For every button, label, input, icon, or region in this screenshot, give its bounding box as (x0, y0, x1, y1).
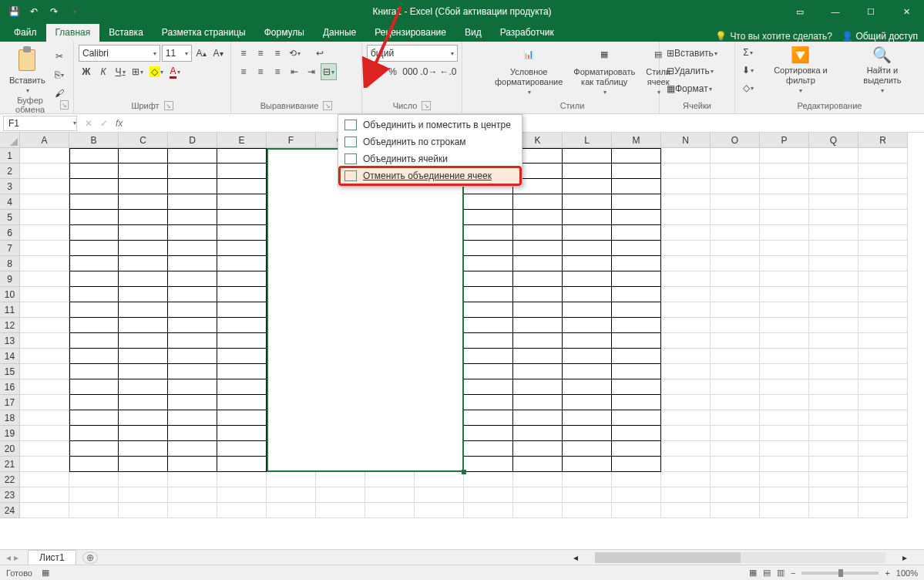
cell[interactable] (858, 164, 908, 179)
cell[interactable] (809, 287, 858, 302)
tab-data[interactable]: Данные (314, 24, 365, 42)
cell[interactable] (119, 194, 168, 210)
cell[interactable] (20, 472, 69, 487)
cell[interactable] (168, 349, 217, 364)
column-header[interactable]: Q (809, 133, 858, 148)
cell[interactable] (20, 487, 69, 503)
cell[interactable] (119, 364, 168, 379)
sort-filter-button[interactable]: 🔽 Сортировка и фильтр▾ (758, 44, 844, 96)
cell[interactable] (464, 210, 513, 225)
sheet-tab-1[interactable]: Лист1 (28, 550, 76, 565)
cell[interactable] (464, 225, 513, 241)
view-page-break-icon[interactable]: ▥ (777, 568, 785, 578)
cell[interactable] (69, 457, 119, 472)
cell[interactable] (760, 210, 809, 225)
dialog-launcher-icon[interactable]: ↘ (60, 100, 69, 110)
cell[interactable] (217, 395, 267, 410)
cell[interactable] (464, 333, 513, 349)
select-all-button[interactable] (0, 133, 20, 148)
tab-home[interactable]: Главная (46, 24, 100, 42)
cell[interactable] (20, 271, 69, 287)
cell[interactable] (464, 302, 513, 318)
cell[interactable] (20, 148, 69, 164)
cell[interactable] (217, 349, 267, 364)
cell[interactable] (563, 472, 612, 487)
cell[interactable] (464, 410, 513, 426)
cell[interactable] (809, 349, 858, 364)
cell[interactable] (661, 441, 711, 457)
column-header[interactable]: M (612, 133, 661, 148)
column-header[interactable]: R (858, 133, 908, 148)
cell[interactable] (563, 379, 612, 395)
minimize-icon[interactable]: — (818, 0, 853, 23)
qat-customize-icon[interactable]: ▾ (66, 4, 82, 19)
cell[interactable] (661, 287, 711, 302)
row-header[interactable]: 1 (0, 148, 20, 164)
cell[interactable] (513, 210, 563, 225)
cell[interactable] (760, 349, 809, 364)
cell[interactable] (217, 426, 267, 441)
tab-page-layout[interactable]: Разметка страницы (153, 24, 255, 42)
cell[interactable] (168, 410, 217, 426)
cell[interactable] (661, 333, 711, 349)
column-header[interactable]: D (168, 133, 217, 148)
cell[interactable] (415, 503, 464, 518)
add-sheet-button[interactable]: ⊕ (82, 551, 98, 564)
cell[interactable] (119, 241, 168, 256)
cell[interactable] (661, 349, 711, 364)
cell[interactable] (858, 349, 908, 364)
cell[interactable] (217, 333, 267, 349)
cell[interactable] (858, 271, 908, 287)
redo-icon[interactable]: ↷ (46, 4, 62, 19)
cell[interactable] (711, 318, 760, 333)
cell[interactable] (217, 410, 267, 426)
cell[interactable] (217, 487, 267, 503)
align-middle-button[interactable]: ≡ (253, 45, 268, 62)
cell[interactable] (612, 318, 661, 333)
cell[interactable] (513, 194, 563, 210)
cell[interactable] (661, 457, 711, 472)
cell[interactable] (217, 318, 267, 333)
cell[interactable] (563, 426, 612, 441)
cell[interactable] (217, 457, 267, 472)
cell[interactable] (809, 179, 858, 194)
cell[interactable] (69, 503, 119, 518)
cell[interactable] (20, 395, 69, 410)
cell[interactable] (267, 503, 316, 518)
cell[interactable] (858, 241, 908, 256)
cell[interactable] (513, 318, 563, 333)
cell[interactable] (69, 395, 119, 410)
cell[interactable] (464, 487, 513, 503)
cell[interactable] (69, 364, 119, 379)
decrease-indent-button[interactable]: ⇤ (287, 63, 302, 80)
cell[interactable] (858, 457, 908, 472)
cell[interactable] (612, 349, 661, 364)
cell[interactable] (760, 503, 809, 518)
cell[interactable] (711, 349, 760, 364)
cell[interactable] (464, 194, 513, 210)
cell[interactable] (217, 148, 267, 164)
format-as-table-button[interactable]: ▦ Форматировать как таблицу▾ (569, 42, 640, 98)
cell[interactable] (612, 379, 661, 395)
cell[interactable] (119, 457, 168, 472)
macro-record-icon[interactable]: ▦ (42, 568, 49, 578)
row-header[interactable]: 13 (0, 333, 20, 349)
cell[interactable] (809, 333, 858, 349)
cell[interactable] (760, 318, 809, 333)
cell[interactable] (711, 457, 760, 472)
row-header[interactable]: 7 (0, 241, 20, 256)
cell[interactable] (513, 441, 563, 457)
cell[interactable] (69, 318, 119, 333)
cell[interactable] (809, 441, 858, 457)
cell[interactable] (711, 441, 760, 457)
cell[interactable] (661, 395, 711, 410)
cell[interactable] (711, 333, 760, 349)
zoom-level[interactable]: 100% (896, 568, 918, 578)
cell[interactable] (563, 164, 612, 179)
cell[interactable] (661, 487, 711, 503)
cell[interactable] (612, 256, 661, 271)
cell[interactable] (661, 271, 711, 287)
cell[interactable] (365, 487, 415, 503)
align-left-button[interactable]: ≡ (236, 63, 251, 80)
cell[interactable] (365, 503, 415, 518)
